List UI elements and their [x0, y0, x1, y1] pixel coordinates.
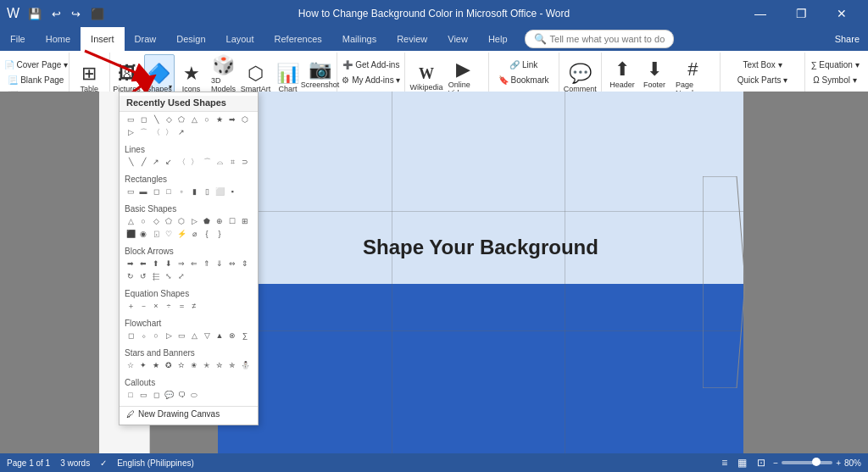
arrow-icon[interactable]: ⬱ — [150, 270, 162, 282]
callout-icon[interactable]: ▭ — [137, 389, 149, 401]
rect-icon[interactable]: ⬜ — [214, 186, 225, 197]
shape-icon[interactable]: ↗ — [175, 126, 187, 138]
arrow-icon[interactable]: ➡ — [125, 258, 136, 269]
bookmark-button[interactable]: 🔖 Bookmark — [494, 73, 554, 87]
star-icon[interactable]: ✪ — [163, 359, 175, 371]
shape-icon[interactable]: ▷ — [125, 126, 136, 138]
rect-icon[interactable]: ▭ — [125, 186, 136, 197]
flow-icon[interactable]: ⊗ — [226, 330, 238, 342]
basic-icon[interactable]: ▷ — [188, 215, 200, 227]
arrow-icon[interactable]: ⤢ — [175, 270, 187, 282]
star-icon[interactable]: ✯ — [226, 359, 238, 371]
eq-icon[interactable]: － — [137, 300, 149, 312]
tab-mailings[interactable]: Mailings — [332, 27, 387, 51]
basic-icon[interactable]: △ — [125, 215, 136, 227]
flow-icon[interactable]: ∑ — [239, 330, 251, 342]
flow-icon[interactable]: △ — [188, 330, 200, 342]
basic-icon[interactable]: ♡ — [163, 228, 175, 240]
basic-icon[interactable]: ⌺ — [150, 228, 162, 240]
undo-icon[interactable]: ↩ — [48, 6, 64, 22]
symbol-button[interactable]: Ω Symbol ▾ — [809, 73, 860, 87]
restore-button[interactable]: ❐ — [782, 0, 821, 27]
link-button[interactable]: 🔗 Link — [505, 58, 542, 72]
line-icon[interactable]: ╱ — [137, 156, 149, 168]
banner-icon[interactable]: ⛄ — [239, 359, 251, 371]
basic-icon[interactable]: { — [201, 228, 213, 240]
tell-me-input[interactable]: 🔍 Tell me what you want to do — [525, 30, 675, 48]
shape-icon[interactable]: ▭ — [125, 114, 136, 125]
zoom-slider[interactable] — [782, 461, 832, 464]
rect-icon[interactable]: □ — [163, 186, 175, 197]
read-view-button[interactable]: ≡ — [719, 456, 730, 469]
tab-home[interactable]: Home — [36, 27, 81, 51]
flow-icon[interactable]: ▲ — [214, 330, 225, 342]
line-icon[interactable]: 〈 — [175, 156, 187, 168]
shape-icon[interactable]: ⬡ — [239, 114, 251, 125]
shape-icon[interactable]: ⌒ — [137, 126, 149, 138]
rect-icon[interactable]: ▫ — [175, 186, 187, 197]
eq-icon[interactable]: ＝ — [175, 300, 187, 312]
line-icon[interactable]: ⌓ — [214, 156, 225, 168]
shape-icon[interactable]: ◻ — [137, 114, 149, 125]
shape-icon[interactable]: ★ — [214, 114, 225, 125]
rect-icon[interactable]: ▬ — [137, 186, 149, 197]
star-icon[interactable]: ✭ — [201, 359, 213, 371]
arrow-icon[interactable]: ⬆ — [150, 258, 162, 269]
zoom-control[interactable]: − + 80% — [773, 458, 861, 468]
flow-icon[interactable]: ◻ — [125, 330, 136, 342]
tab-design[interactable]: Design — [166, 27, 215, 51]
basic-icon[interactable]: ◉ — [137, 228, 149, 240]
shape-icon[interactable]: ╲ — [150, 114, 162, 125]
star-icon[interactable]: ✬ — [188, 359, 200, 371]
zoom-out-icon[interactable]: − — [773, 458, 778, 468]
eq-icon[interactable]: ≠ — [188, 300, 200, 312]
callout-icon[interactable]: ◻ — [150, 389, 162, 401]
star-icon[interactable]: ✫ — [175, 359, 187, 371]
star-icon[interactable]: ✮ — [214, 359, 225, 371]
basic-icon[interactable]: ⬟ — [201, 215, 213, 227]
star-icon[interactable]: ☆ — [125, 359, 136, 371]
basic-icon[interactable]: } — [214, 228, 225, 240]
arrow-icon[interactable]: ⇕ — [239, 258, 251, 269]
basic-icon[interactable]: ⊕ — [214, 215, 225, 227]
share-button[interactable]: Share — [826, 27, 868, 51]
line-icon[interactable]: 〉 — [188, 156, 200, 168]
shape-icon[interactable]: ◇ — [163, 114, 175, 125]
shape-icon[interactable]: ➡ — [226, 114, 238, 125]
tab-review[interactable]: Review — [387, 27, 437, 51]
cover-page-button[interactable]: 📄 Cover Page ▾ — [0, 58, 72, 72]
tab-insert[interactable]: Insert — [81, 27, 125, 51]
basic-icon[interactable]: ⬛ — [125, 228, 136, 240]
tab-layout[interactable]: Layout — [216, 27, 264, 51]
web-view-button[interactable]: ⊡ — [754, 456, 768, 469]
callout-icon[interactable]: ⬭ — [188, 389, 200, 401]
flow-icon[interactable]: ▽ — [201, 330, 213, 342]
quick-parts-button[interactable]: Quick Parts ▾ — [733, 73, 792, 87]
tab-draw[interactable]: Draw — [125, 27, 167, 51]
shape-icon[interactable]: 〉 — [163, 126, 175, 138]
arrow-icon[interactable]: ⇓ — [214, 258, 225, 269]
rect-icon[interactable]: ▯ — [201, 186, 213, 197]
line-icon[interactable]: ╲ — [125, 156, 136, 168]
arrow-icon[interactable]: ↻ — [125, 270, 136, 282]
basic-icon[interactable]: ◇ — [150, 215, 162, 227]
arrow-icon[interactable]: ⬇ — [163, 258, 175, 269]
customize-icon[interactable]: ⬛ — [87, 6, 108, 22]
arrow-icon[interactable]: ↺ — [137, 270, 149, 282]
star-icon[interactable]: ★ — [150, 359, 162, 371]
flow-icon[interactable]: ▷ — [163, 330, 175, 342]
line-icon[interactable]: ⌗ — [226, 156, 238, 168]
redo-icon[interactable]: ↪ — [68, 6, 84, 22]
callout-icon[interactable]: 💬 — [163, 389, 175, 401]
blank-page-button[interactable]: 📃 Blank Page — [3, 73, 68, 87]
flow-icon[interactable]: ▭ — [175, 330, 187, 342]
line-icon[interactable]: ↗ — [150, 156, 162, 168]
shape-icon[interactable]: △ — [188, 114, 200, 125]
print-view-button[interactable]: ▦ — [735, 456, 749, 469]
rect-icon[interactable]: ◻ — [150, 186, 162, 197]
line-icon[interactable]: ⊃ — [239, 156, 251, 168]
my-addins-button[interactable]: ⚙ My Add-ins ▾ — [337, 73, 404, 87]
save-icon[interactable]: 💾 — [25, 6, 45, 22]
eq-icon[interactable]: ＋ — [125, 300, 136, 312]
arrow-icon[interactable]: ⇔ — [226, 258, 238, 269]
